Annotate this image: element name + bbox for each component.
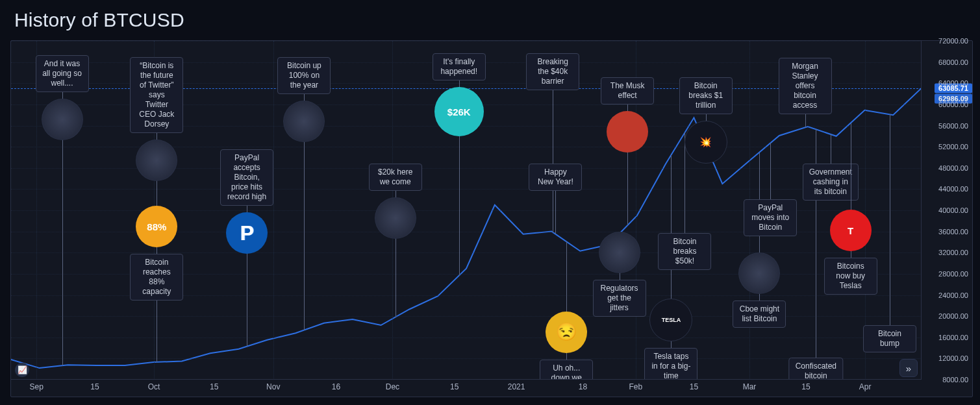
event-bubble[interactable] [283, 101, 325, 142]
event-bubble[interactable]: P [226, 212, 268, 254]
event-label: PayPal moves into Bitcoin [744, 199, 797, 236]
event-label: PayPal accepts Bitcoin, price hits recor… [220, 149, 273, 206]
event-label: The Musk effect [601, 77, 654, 104]
event-label: Confiscated bitcoin auction [789, 358, 843, 380]
event-bubble[interactable]: $26K [434, 87, 484, 136]
event-bubble[interactable] [599, 232, 640, 273]
event-label: Bitcoin breaks $50k! [658, 233, 711, 270]
event-bubble[interactable] [607, 111, 648, 153]
x-tick: 15 [690, 382, 698, 391]
x-tick: Sep [30, 382, 44, 391]
y-tick: 52000.00 [938, 143, 968, 151]
event-label: Breaking the $40k barrier [526, 53, 579, 90]
x-tick: 2021 [508, 382, 525, 391]
event-label: “Bitcoin is the future of Twitter” says … [130, 57, 183, 133]
y-tick: 60000.00 [938, 101, 968, 108]
y-tick: 64000.00 [938, 79, 968, 87]
event-bubble[interactable] [375, 197, 416, 239]
event-label: Bitcoins now buy Teslas [824, 258, 877, 295]
y-tick: 12000.00 [938, 354, 968, 362]
scroll-forward-button[interactable]: » [899, 359, 918, 377]
page-title: History of BTCUSD [14, 9, 184, 31]
event-label: Tesla taps in for a big-time bounce [644, 348, 697, 380]
x-tick: Apr [859, 382, 872, 391]
event-bubble[interactable]: TESLA [649, 299, 692, 341]
event-bubble[interactable] [42, 99, 83, 140]
event-label: Uh oh... down we go... [540, 360, 593, 380]
x-tick: Dec [386, 382, 399, 391]
chart-type-icon[interactable]: 📈 [15, 363, 29, 377]
event-bubble[interactable]: T [830, 210, 872, 251]
event-label: Bitcoin up 100% on the year [277, 57, 331, 94]
x-tick: Mar [743, 382, 757, 391]
event-label: Bitcoin bump [863, 325, 916, 352]
y-tick: 40000.00 [938, 206, 968, 214]
y-tick: 24000.00 [938, 291, 968, 299]
x-tick: 15 [90, 382, 99, 391]
y-tick: 20000.00 [938, 312, 968, 320]
event-bubble[interactable]: 💥 [685, 121, 727, 164]
x-axis: Sep15Oct15Nov16Dec15202118Feb15Mar15Apr [11, 379, 922, 397]
x-tick: 15 [450, 382, 459, 391]
event-label: $20k here we come [369, 164, 422, 191]
event-label: Cboe might list Bitcoin [733, 301, 786, 328]
x-tick: Nov [266, 382, 280, 391]
chart-panel[interactable]: 📈 » And it was all going so well....“Bit… [10, 40, 973, 397]
y-tick: 16000.00 [938, 334, 968, 341]
event-label: It's finally happened! [433, 53, 486, 80]
y-tick: 48000.00 [938, 164, 968, 172]
y-tick: 28000.00 [938, 270, 968, 278]
x-tick: 16 [332, 382, 340, 391]
x-tick: 15 [210, 382, 218, 391]
x-tick: Oct [148, 382, 160, 391]
event-label: Happy New Year! [529, 164, 582, 191]
y-tick: 44000.00 [938, 185, 968, 193]
event-label: And it was all going so well.... [36, 55, 89, 92]
event-bubble[interactable]: 88% [136, 206, 177, 247]
chart-plot-area[interactable]: 📈 » And it was all going so well....“Bit… [11, 41, 922, 380]
event-label: Morgan Stanley offers bitcoin access [779, 58, 832, 114]
x-tick: Feb [629, 382, 642, 391]
y-axis: 63085.71 62986.09 8000.0012000.0016000.0… [921, 41, 972, 380]
event-bubble[interactable] [738, 252, 780, 294]
event-label: Bitcoin breaks $1 trillion [679, 77, 733, 114]
y-tick: 8000.00 [942, 376, 968, 384]
event-bubble[interactable]: 😒 [546, 312, 587, 353]
x-tick: 18 [579, 382, 587, 391]
x-tick: 15 [801, 382, 810, 391]
y-tick: 36000.00 [938, 228, 968, 236]
y-tick: 72000.00 [938, 37, 968, 45]
event-bubble[interactable] [136, 140, 177, 181]
y-tick: 68000.00 [938, 58, 968, 66]
y-tick: 56000.00 [938, 122, 968, 130]
event-label: Regulators get the jitters [593, 280, 646, 317]
event-label: Bitcoin reaches 88% capacity [130, 254, 183, 301]
y-tick: 32000.00 [938, 249, 968, 256]
